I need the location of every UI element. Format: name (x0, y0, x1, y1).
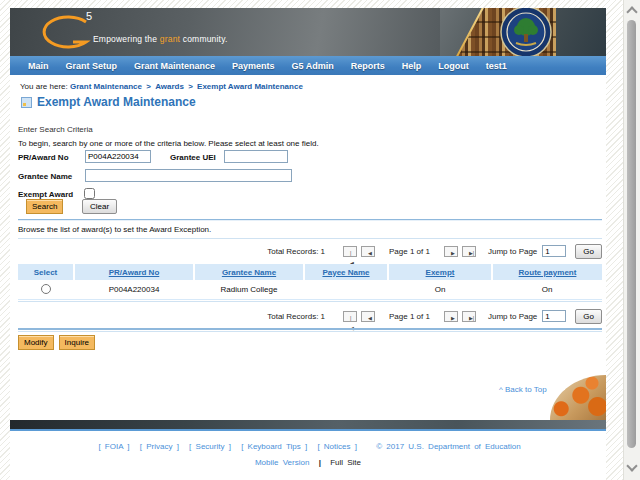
footer-link-keyboard-tips[interactable]: [ Keyboard Tips ] (241, 442, 307, 451)
prev-page-button[interactable]: ◀ (361, 246, 375, 257)
nav-logout[interactable]: Logout (438, 61, 469, 71)
last-page-button[interactable]: ▶| (462, 311, 476, 322)
masthead-banner: 5 Empowering the grant community. (10, 8, 606, 56)
search-button[interactable]: Search (26, 199, 63, 214)
copyright: © 2017 U.S. Department of Education (376, 442, 520, 451)
tagline-highlight: grant (160, 34, 180, 44)
divider (18, 328, 602, 330)
footer-link-notices[interactable]: [ Notices ] (317, 442, 357, 451)
first-page-button[interactable]: |◀ (343, 246, 357, 257)
g5-logo-g-icon (36, 14, 92, 52)
mobile-version-link[interactable]: Mobile Version (255, 458, 309, 467)
main-navbar: Main Grant Setup Grant Maintenance Payme… (10, 56, 606, 75)
first-page-button[interactable]: |◀ (343, 311, 357, 322)
pr-award-no-input[interactable] (85, 150, 151, 163)
go-button[interactable]: Go (575, 244, 602, 259)
divider (18, 301, 602, 302)
tagline: Empowering the grant community. (93, 34, 228, 44)
jump-to-page-label: Jump to Page (488, 247, 537, 256)
cell-route-payment: On (492, 280, 602, 300)
page-title: Exempt Award Maintenance (37, 95, 196, 109)
nav-main[interactable]: Main (28, 61, 49, 71)
footer-blue-line (10, 429, 606, 431)
search-instructions: To begin, search by one or more of the c… (18, 139, 319, 148)
grantee-uei-input[interactable] (224, 150, 288, 163)
breadcrumb-awards[interactable]: Awards (155, 82, 184, 91)
scrollbar[interactable] (623, 0, 640, 480)
table-header-row: Select PR/Award No Grantee Name Payee Na… (18, 264, 602, 280)
breadcrumb-separator: > (146, 82, 151, 91)
row-select-radio[interactable] (41, 284, 51, 294)
title-row: Exempt Award Maintenance (21, 95, 196, 109)
col-header-payee-name[interactable]: Payee Name (322, 268, 369, 277)
divider (18, 238, 602, 239)
footer-link-privacy[interactable]: [ Privacy ] (140, 442, 179, 451)
next-page-button[interactable]: ▶ (444, 311, 458, 322)
action-buttons: Modify Inquire (18, 335, 95, 350)
col-header-exempt[interactable]: Exempt (426, 268, 455, 277)
jump-to-page-label: Jump to Page (488, 312, 537, 321)
search-criteria-heading: Enter Search Criteria (18, 125, 93, 134)
exempt-award-label: Exempt Award (18, 190, 73, 199)
go-button[interactable]: Go (575, 309, 602, 324)
prev-page-button[interactable]: ◀ (361, 311, 375, 322)
col-header-route-payment[interactable]: Route payment (519, 268, 577, 277)
breadcrumb-exempt-award-maintenance[interactable]: Exempt Award Maintenance (197, 82, 303, 91)
grantee-name-label: Grantee Name (18, 172, 72, 181)
total-records-label: Total Records: 1 (267, 247, 325, 256)
breadcrumb-separator: > (188, 82, 193, 91)
pagination-bottom: Total Records: 1 |◀ ◀ Page 1 of 1 ▶ ▶| J… (267, 308, 602, 324)
footer-photo-band (10, 420, 606, 429)
page-status-label: Page 1 of 1 (389, 247, 430, 256)
pagination-top: Total Records: 1 |◀ ◀ Page 1 of 1 ▶ ▶| J… (267, 243, 602, 259)
ed-seal-icon (498, 8, 554, 56)
scroll-down-icon[interactable] (626, 460, 637, 471)
scrollbar-thumb[interactable] (627, 20, 636, 448)
nav-g5-admin[interactable]: G5 Admin (292, 61, 334, 71)
nav-grant-setup[interactable]: Grant Setup (66, 61, 118, 71)
cell-exempt: On (388, 280, 492, 300)
col-header-pr-award-no[interactable]: PR/Award No (109, 268, 160, 277)
col-header-grantee-name[interactable]: Grantee Name (222, 268, 276, 277)
modify-button[interactable]: Modify (18, 335, 54, 350)
nav-payments[interactable]: Payments (232, 61, 275, 71)
breadcrumb-grant-maintenance[interactable]: Grant Maintenance (70, 82, 142, 91)
scroll-up-icon[interactable] (626, 6, 637, 17)
exempt-award-checkbox[interactable] (84, 188, 95, 199)
grantee-uei-label: Grantee UEI (170, 153, 216, 162)
results-table: Select PR/Award No Grantee Name Payee Na… (18, 264, 602, 300)
footer-link-security[interactable]: [ Security ] (189, 442, 231, 451)
page-title-icon (21, 97, 32, 108)
nav-help[interactable]: Help (402, 61, 422, 71)
table-row: P004A220034 Radium College On On (18, 280, 602, 300)
nav-grant-maintenance[interactable]: Grant Maintenance (134, 61, 215, 71)
tagline-suffix: community. (180, 34, 227, 44)
tagline-prefix: Empowering the (93, 34, 160, 44)
grantee-name-input[interactable] (85, 169, 292, 182)
browse-instructions: Browse the list of award(s) to set the A… (18, 225, 211, 234)
last-page-button[interactable]: ▶| (462, 246, 476, 257)
page-container: 5 Empowering the grant community. Main G… (10, 8, 606, 480)
g5-logo: 5 (36, 14, 122, 52)
inquire-button[interactable]: Inquire (59, 335, 95, 350)
divider (18, 220, 602, 221)
clear-button[interactable]: Clear (82, 199, 117, 214)
next-page-button[interactable]: ▶ (444, 246, 458, 257)
nav-username: test1 (486, 61, 507, 71)
footer-view-toggle: Mobile Version | Full Site (10, 458, 606, 467)
footer-separator: | (319, 458, 321, 467)
total-records-label: Total Records: 1 (267, 312, 325, 321)
divider (18, 331, 602, 332)
back-to-top-link[interactable]: ^ Back to Top (499, 385, 547, 394)
cell-payee-name (304, 280, 388, 300)
g5-logo-5: 5 (86, 10, 92, 22)
pr-award-no-label: PR/Award No (18, 153, 69, 162)
jump-to-page-input[interactable] (542, 310, 566, 322)
page-status-label: Page 1 of 1 (389, 312, 430, 321)
breadcrumb-prefix: You are here: (20, 82, 68, 91)
footer-link-foia[interactable]: [ FOIA ] (98, 442, 129, 451)
nav-reports[interactable]: Reports (351, 61, 385, 71)
breadcrumb: You are here: Grant Maintenance > Awards… (20, 82, 303, 91)
jump-to-page-input[interactable] (542, 245, 566, 257)
full-site-label: Full Site (330, 458, 361, 467)
